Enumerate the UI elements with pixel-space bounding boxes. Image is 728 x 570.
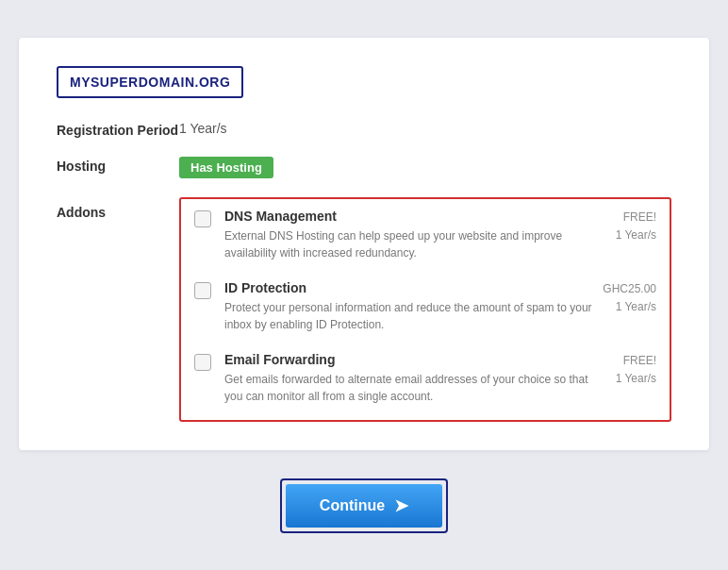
addon-title-id-protection: ID Protection [224, 280, 595, 295]
continue-label: Continue [320, 497, 385, 514]
addons-list: DNS Management External DNS Hosting can … [179, 197, 671, 422]
hosting-badge: Has Hosting [179, 157, 273, 178]
addon-title-email-forwarding: Email Forwarding [224, 352, 595, 367]
addon-item-id-protection: ID Protection Protect your personal info… [194, 280, 656, 333]
arrow-right-icon: ➤ [394, 495, 408, 516]
hosting-row: Hosting Has Hosting [57, 157, 671, 178]
addon-price-id-protection: GHC25.00 1 Year/s [595, 280, 656, 316]
addons-label: Addons [57, 197, 179, 220]
hosting-label: Hosting [57, 157, 179, 174]
main-card: MYSUPERDOMAIN.ORG Registration Period 1 … [19, 38, 709, 450]
addon-description-dns: External DNS Hosting can help speed up y… [224, 227, 595, 261]
addon-checkbox-id-protection[interactable] [194, 282, 211, 299]
continue-button[interactable]: Continue ➤ [286, 484, 442, 528]
domain-field: MYSUPERDOMAIN.ORG [57, 66, 243, 98]
addon-price-dns: FREE! 1 Year/s [595, 209, 656, 244]
continue-btn-outer: Continue ➤ [280, 478, 448, 533]
addon-item-email-forwarding: Email Forwarding Get emails forwarded to… [194, 352, 656, 405]
addon-checkbox-email-forwarding[interactable] [194, 354, 211, 371]
registration-row: Registration Period 1 Year/s [57, 121, 671, 138]
domain-name: MYSUPERDOMAIN.ORG [70, 75, 230, 90]
addon-description-id-protection: Protect your personal information and re… [224, 299, 595, 333]
registration-value: 1 Year/s [179, 121, 227, 136]
addon-content-id-protection: ID Protection Protect your personal info… [224, 280, 595, 333]
addon-description-email-forwarding: Get emails forwarded to alternate email … [224, 371, 595, 405]
addon-title-dns: DNS Management [224, 209, 595, 224]
continue-wrapper: Continue ➤ [280, 478, 448, 533]
addon-price-email-forwarding: FREE! 1 Year/s [595, 352, 656, 388]
addon-checkbox-dns[interactable] [194, 210, 211, 227]
registration-label: Registration Period [57, 121, 179, 138]
addon-content-email-forwarding: Email Forwarding Get emails forwarded to… [224, 352, 595, 405]
addon-item-dns: DNS Management External DNS Hosting can … [194, 209, 656, 261]
addons-section: Addons DNS Management External DNS Hosti… [57, 197, 671, 422]
addon-content-dns: DNS Management External DNS Hosting can … [224, 209, 595, 261]
